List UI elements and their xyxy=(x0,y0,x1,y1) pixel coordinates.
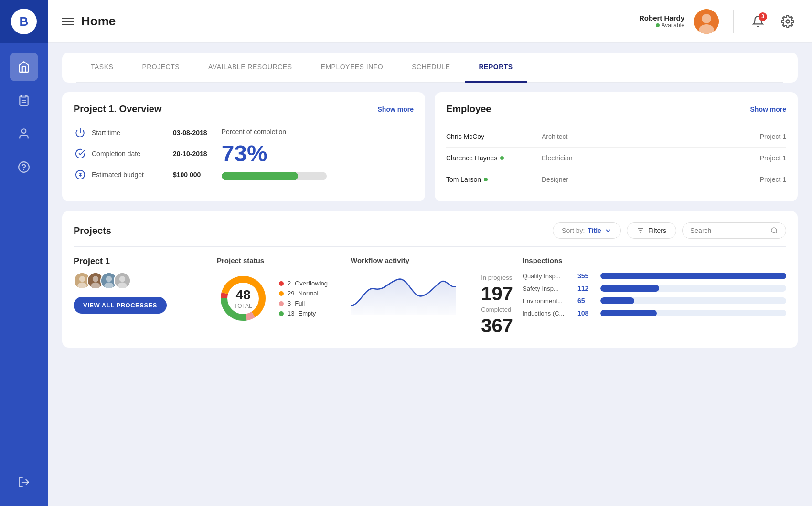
projects-card: Projects Sort by: Title Filters xyxy=(62,211,798,348)
logo-icon[interactable]: B xyxy=(11,9,37,34)
emp-row-0: Chris McCoy Architect Project 1 xyxy=(446,126,786,148)
projects-divider xyxy=(74,246,786,247)
insp-bar-fill-3 xyxy=(600,310,657,316)
emp-role-1: Electrician xyxy=(542,154,760,162)
inspections-title: Inspections xyxy=(523,256,786,264)
legend-count-normal: 29 xyxy=(288,290,294,297)
insp-label-1: Safety Insp... xyxy=(523,285,573,292)
main-content: Home Robert Hardy Available xyxy=(48,0,812,506)
inspections-section: Inspections Quality Insp... 355 Safety I… xyxy=(523,256,786,322)
donut-total: 48 xyxy=(234,287,252,303)
projects-controls: Sort by: Title Filters xyxy=(553,222,786,239)
topbar: Home Robert Hardy Available xyxy=(48,0,812,43)
legend-count-overflowing: 2 xyxy=(288,280,291,287)
notification-badge: 3 xyxy=(759,12,767,21)
sidebar-item-tasks[interactable] xyxy=(10,86,38,115)
legend-count-full: 3 xyxy=(288,300,291,307)
tab-schedule[interactable]: SCHEDULE xyxy=(397,53,464,83)
workflow-inner: In progress 197 Completed 367 xyxy=(351,272,513,336)
check-circle-icon xyxy=(74,147,87,160)
sidebar-item-logout[interactable] xyxy=(10,468,38,496)
tab-reports[interactable]: REPORTS xyxy=(465,53,527,83)
progress-fill xyxy=(222,172,299,180)
status-dot xyxy=(656,23,660,27)
topbar-left: Home xyxy=(62,14,639,29)
legend-normal: 29 Normal xyxy=(279,290,328,297)
budget-value: $100 000 xyxy=(173,171,207,179)
overview-show-more[interactable]: Show more xyxy=(378,105,414,113)
search-box xyxy=(682,222,786,239)
projects-title: Projects xyxy=(74,225,111,236)
employee-show-more[interactable]: Show more xyxy=(750,105,786,113)
sidebar-item-user[interactable] xyxy=(10,119,38,148)
insp-bar-fill-0 xyxy=(600,273,786,279)
start-time-row: Start time 03-08-2018 xyxy=(74,126,207,139)
employee-list: Chris McCoy Architect Project 1 Clarence… xyxy=(446,126,786,190)
tab-tasks[interactable]: TASKS xyxy=(76,53,128,83)
svg-point-29 xyxy=(119,276,125,282)
sort-button[interactable]: Sort by: Title xyxy=(553,222,621,239)
legend-count-empty: 13 xyxy=(288,310,294,317)
tabs: TASKS PROJECTS AVAILABLE RESOURCES EMPLO… xyxy=(76,53,783,83)
tab-employees-info[interactable]: EMPLOYEES INFO xyxy=(307,53,398,83)
avatar xyxy=(694,9,719,34)
insp-row-2: Environment... 65 xyxy=(523,297,786,305)
legend-label-overflowing: Overflowing xyxy=(295,280,328,287)
donut-chart: 48 TOTAL xyxy=(217,272,269,325)
pct-label: Percent of completion xyxy=(222,128,414,136)
insp-bar-bg-1 xyxy=(600,285,786,292)
employee-title: Employee xyxy=(446,104,491,115)
sidebar: B xyxy=(0,0,48,506)
budget-label: Estimated budget xyxy=(92,171,168,179)
emp-name-0: Chris McCoy xyxy=(446,133,542,140)
tab-available-resources[interactable]: AVAILABLE RESOURCES xyxy=(194,53,306,83)
project-overview-card: Project 1. Overview Show more Start time xyxy=(62,92,425,201)
legend-overflowing: 2 Overflowing xyxy=(279,280,328,287)
hamburger-menu[interactable] xyxy=(62,18,74,25)
pct-value: 73% xyxy=(222,142,414,165)
tab-projects[interactable]: PROJECTS xyxy=(128,53,194,83)
insp-value-2: 65 xyxy=(577,297,596,305)
insp-value-3: 108 xyxy=(577,309,596,317)
donut-center: 48 TOTAL xyxy=(234,287,252,309)
project-status-section: Project status xyxy=(217,256,341,325)
emp-row-1: Clarence Haynes Electrician Project 1 xyxy=(446,148,786,169)
in-progress-value: 197 xyxy=(481,283,513,304)
sidebar-item-help[interactable] xyxy=(10,153,38,181)
insp-row-0: Quality Insp... 355 xyxy=(523,272,786,280)
emp-row-2: Tom Larson Designer Project 1 xyxy=(446,169,786,190)
power-icon xyxy=(74,126,87,139)
progress-bar xyxy=(222,172,327,180)
emp-dot-2 xyxy=(484,178,488,181)
svg-point-8 xyxy=(702,14,711,23)
completion-value: 20-10-2018 xyxy=(173,150,207,158)
filter-icon xyxy=(637,227,644,234)
completion-row: Completion date 20-10-2018 xyxy=(74,147,207,160)
settings-button[interactable] xyxy=(778,11,798,32)
insp-bar-fill-2 xyxy=(600,297,634,304)
overview-rows: Start time 03-08-2018 Completion date xyxy=(74,126,207,181)
insp-label-2: Environment... xyxy=(523,297,573,305)
view-all-processes-button[interactable]: VIEW ALL PROCESSES xyxy=(74,297,167,314)
insp-value-0: 355 xyxy=(577,272,596,280)
donut-label: TOTAL xyxy=(234,303,252,309)
insp-bar-bg-2 xyxy=(600,297,786,304)
filter-label: Filters xyxy=(648,227,666,234)
sort-value: Title xyxy=(588,227,601,234)
svg-point-26 xyxy=(106,276,112,282)
overview-title: Project 1. Overview xyxy=(74,104,162,115)
project-avatars xyxy=(74,272,207,289)
filter-button[interactable]: Filters xyxy=(627,222,676,239)
emp-name-2: Tom Larson xyxy=(446,176,542,183)
sidebar-item-home[interactable] xyxy=(10,53,38,81)
search-input[interactable] xyxy=(690,227,767,234)
employee-header: Employee Show more xyxy=(446,104,786,115)
svg-point-30 xyxy=(118,283,127,289)
insp-label-3: Inductions (C... xyxy=(523,310,573,317)
notification-button[interactable]: 3 xyxy=(748,11,768,32)
legend-label-full: Full xyxy=(295,300,305,307)
workflow-chart-svg xyxy=(351,272,456,315)
overview-header: Project 1. Overview Show more xyxy=(74,104,414,115)
svg-point-27 xyxy=(104,283,114,289)
svg-point-24 xyxy=(91,283,100,289)
